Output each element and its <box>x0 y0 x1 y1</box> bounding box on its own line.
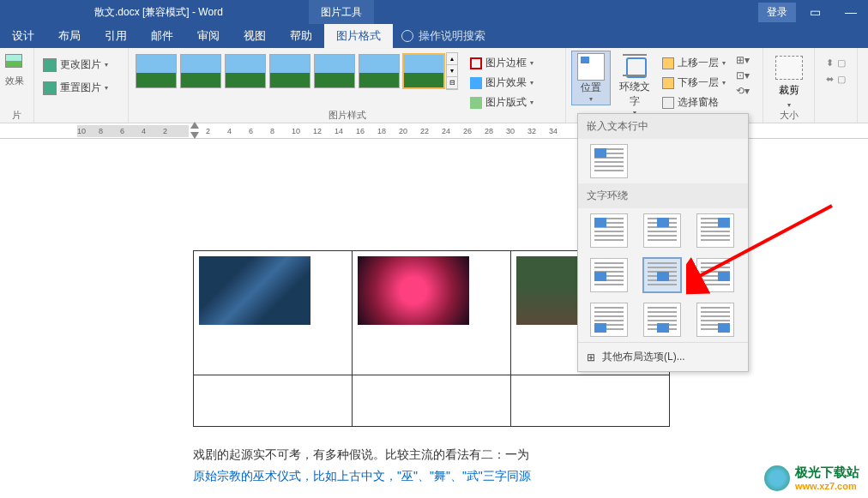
align-icon[interactable]: ⊞▾ <box>736 54 750 66</box>
picture-effects-button[interactable]: 图片效果▾ <box>467 74 537 92</box>
dropdown-section-header: 文字环绕 <box>578 183 748 208</box>
style-thumb[interactable] <box>180 54 221 88</box>
table-cell[interactable] <box>194 375 353 427</box>
tell-me-label: 操作说明搜索 <box>419 28 485 44</box>
change-picture-button[interactable]: 更改图片 ▾ <box>39 56 112 74</box>
border-icon <box>470 57 482 69</box>
position-button[interactable]: 位置 ▾ <box>571 51 611 105</box>
dropdown-section-header: 嵌入文本行中 <box>578 114 748 139</box>
tab-references[interactable]: 引用 <box>93 24 139 48</box>
body-paragraph[interactable]: 戏剧的起源实不可考，有多种假说。比较主流的看法有二：一为 原始宗教的巫术仪式，比… <box>193 444 673 487</box>
position-bottom-right-option[interactable] <box>696 303 734 337</box>
style-thumb[interactable] <box>359 54 400 88</box>
layout-options-icon: ⊞ <box>587 351 595 363</box>
position-middle-center-option[interactable] <box>643 258 681 292</box>
table-cell[interactable] <box>353 375 511 427</box>
gallery-scroll[interactable]: ▴ ▾ ⊟ <box>446 52 458 90</box>
embedded-image[interactable] <box>358 256 469 325</box>
effects-icon[interactable] <box>5 54 22 68</box>
layout-icon <box>470 97 482 109</box>
contextual-tab-label: 图片工具 <box>309 0 374 24</box>
chevron-down-icon[interactable]: ▾ <box>447 65 457 77</box>
style-thumb[interactable] <box>269 54 310 88</box>
bulb-icon <box>401 30 413 42</box>
bring-forward-icon <box>662 57 674 69</box>
ribbon-tabs: 设计 布局 引用 邮件 审阅 视图 帮助 图片格式 操作说明搜索 <box>0 24 868 48</box>
embedded-image[interactable] <box>199 256 310 325</box>
chevron-down-icon: ▾ <box>105 61 108 69</box>
send-backward-icon <box>662 77 674 89</box>
tab-review[interactable]: 审阅 <box>185 24 232 48</box>
tab-design[interactable]: 设计 <box>0 24 46 48</box>
wrap-text-icon <box>621 52 648 80</box>
more-layout-options-button[interactable]: ⊞ 其他布局选项(L)... <box>578 342 748 371</box>
watermark-logo-icon <box>764 465 790 491</box>
crop-button[interactable]: 裁剪 <box>779 83 799 98</box>
document-title: 散文.docx [兼容模式] - Word <box>94 5 223 20</box>
style-thumb[interactable] <box>314 54 355 88</box>
width-spinner[interactable]: ⬌ ▢ <box>826 74 845 85</box>
picture-border-button[interactable]: 图片边框▾ <box>467 54 537 72</box>
table-cell[interactable] <box>511 375 670 427</box>
height-spinner[interactable]: ⬍ ▢ <box>826 57 845 69</box>
style-thumb[interactable] <box>136 54 177 88</box>
style-thumb[interactable] <box>225 54 266 88</box>
reset-picture-button[interactable]: 重置图片 ▾ <box>39 79 112 97</box>
position-top-right-option[interactable] <box>696 213 734 248</box>
tab-mailings[interactable]: 邮件 <box>139 24 185 48</box>
position-middle-left-option[interactable] <box>590 258 628 292</box>
change-picture-icon <box>43 58 57 72</box>
send-backward-button[interactable]: 下移一层▾ <box>659 74 729 92</box>
size-group-label: 大小 <box>763 109 814 122</box>
selection-pane-button[interactable]: 选择窗格 <box>659 93 729 111</box>
chevron-down-icon: ▾ <box>105 84 108 92</box>
tab-layout[interactable]: 布局 <box>46 24 93 48</box>
chevron-up-icon[interactable]: ▴ <box>447 53 457 65</box>
position-top-left-option[interactable] <box>590 213 628 248</box>
position-dropdown: 嵌入文本行中 文字环绕 ⊞ 其他布局选项(L)... <box>577 113 749 372</box>
tab-view[interactable]: 视图 <box>232 24 278 48</box>
minimize-icon[interactable]: — <box>834 0 868 24</box>
group-icon[interactable]: ⊡▾ <box>736 69 750 81</box>
position-bottom-center-option[interactable] <box>643 303 681 337</box>
position-middle-right-option[interactable] <box>696 258 734 292</box>
table-cell[interactable] <box>353 251 511 375</box>
selection-pane-icon <box>662 97 674 109</box>
effects-label: 效果 <box>5 75 24 87</box>
position-bottom-left-option[interactable] <box>590 303 628 337</box>
style-thumb-selected[interactable] <box>403 54 444 88</box>
watermark: 极光下载站 www.xz7.com <box>764 465 859 491</box>
position-top-center-option[interactable] <box>643 213 681 248</box>
tab-picture-format[interactable]: 图片格式 <box>324 24 393 48</box>
position-icon <box>577 53 605 81</box>
styles-group-label: 图片样式 <box>129 109 565 122</box>
wrap-text-button[interactable]: 环绕文 字 ▾ <box>614 51 655 118</box>
tell-me-search[interactable]: 操作说明搜索 <box>401 24 485 48</box>
tab-help[interactable]: 帮助 <box>278 24 324 48</box>
reset-picture-icon <box>43 81 57 95</box>
effects-icon <box>470 77 482 89</box>
rotate-icon[interactable]: ⟲▾ <box>736 85 750 97</box>
bring-forward-button[interactable]: 上移一层▾ <box>659 54 729 72</box>
more-icon[interactable]: ⊟ <box>447 77 457 89</box>
crop-icon <box>775 56 803 80</box>
title-bar: 散文.docx [兼容模式] - Word 图片工具 登录 ▭ — <box>0 0 868 24</box>
ribbon-display-icon[interactable]: ▭ <box>798 0 832 24</box>
adjust-group-label: 片 <box>0 109 33 122</box>
login-button[interactable]: 登录 <box>758 3 796 22</box>
ribbon: 效果 片 更改图片 ▾ 重置图片 ▾ <box>0 48 868 123</box>
table-cell[interactable] <box>194 251 353 375</box>
position-inline-option[interactable] <box>590 144 628 178</box>
picture-styles-gallery[interactable]: ▴ ▾ ⊟ <box>134 51 458 92</box>
